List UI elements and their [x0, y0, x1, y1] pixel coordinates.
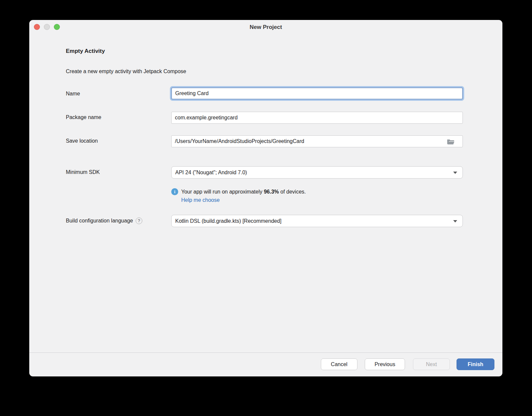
name-label: Name — [66, 91, 80, 97]
save-location-field-container — [171, 135, 463, 147]
window-controls — [34, 24, 60, 30]
browse-folder-button[interactable] — [447, 138, 455, 145]
info-icon: i — [171, 188, 178, 195]
next-button: Next — [413, 358, 450, 370]
new-project-dialog: New Project Empty Activity Create a new … — [29, 20, 502, 376]
help-question-icon[interactable]: ? — [136, 217, 142, 224]
desktop-background: { "window": { "title": "New Project" }, … — [0, 0, 532, 416]
sdk-info-row: i Your app will run on approximately 96.… — [171, 188, 306, 195]
page-subtitle: Create a new empty activity with Jetpack… — [66, 69, 186, 74]
dropdown-arrow-icon — [453, 220, 457, 222]
save-location-label: Save location — [66, 138, 98, 144]
title-bar: New Project — [29, 20, 502, 34]
save-location-input[interactable] — [172, 136, 463, 147]
build-config-select[interactable]: Kotlin DSL (build.gradle.kts) [Recommend… — [171, 215, 463, 227]
build-config-label: Build configuration language — [66, 218, 133, 224]
close-window-button[interactable] — [34, 24, 40, 30]
build-config-label-row: Build configuration language ? — [66, 217, 142, 224]
name-field-container — [171, 87, 463, 99]
minimum-sdk-value: API 24 ("Nougat"; Android 7.0) — [175, 170, 247, 175]
device-percentage: 96.3% — [264, 189, 279, 195]
minimum-sdk-select[interactable]: API 24 ("Nougat"; Android 7.0) — [171, 166, 463, 179]
page-title: Empty Activity — [66, 48, 105, 55]
cancel-button[interactable]: Cancel — [321, 358, 357, 370]
package-name-label: Package name — [66, 114, 101, 120]
minimize-window-button — [44, 24, 50, 30]
zoom-window-button[interactable] — [54, 24, 60, 30]
package-name-field-container — [171, 112, 463, 124]
help-me-choose-link[interactable]: Help me choose — [181, 197, 220, 203]
build-config-value: Kotlin DSL (build.gradle.kts) [Recommend… — [175, 218, 282, 224]
previous-button[interactable]: Previous — [365, 358, 405, 370]
sdk-info-text: Your app will run on approximately 96.3%… — [181, 189, 306, 195]
package-name-input[interactable] — [172, 112, 463, 123]
minimum-sdk-label: Minimum SDK — [66, 169, 100, 175]
name-input[interactable] — [172, 88, 462, 99]
dropdown-arrow-icon — [453, 172, 457, 174]
open-folder-icon — [447, 138, 455, 145]
footer-separator — [29, 352, 502, 353]
finish-button[interactable]: Finish — [457, 358, 494, 370]
window-title: New Project — [29, 20, 502, 34]
